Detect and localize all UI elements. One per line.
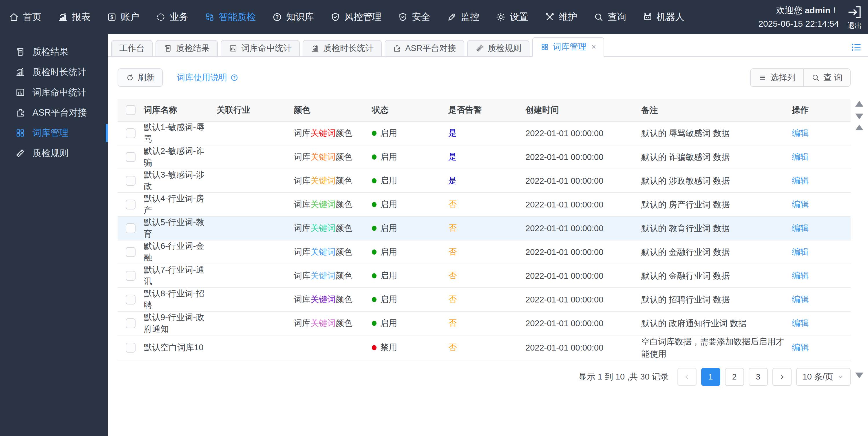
nav-item-robot[interactable]: 机器人 <box>642 11 684 24</box>
row-checkbox[interactable] <box>126 318 135 328</box>
chart-box-icon <box>229 44 238 53</box>
nav-item-accounts[interactable]: $账户 <box>106 11 139 24</box>
row-checkbox[interactable] <box>126 176 135 186</box>
row-checkbox[interactable] <box>126 128 135 138</box>
row-checkbox[interactable] <box>126 199 135 210</box>
edit-link[interactable]: 编辑 <box>792 247 809 256</box>
color-keyword: 关键词 <box>310 176 336 185</box>
edit-link[interactable]: 编辑 <box>792 343 809 352</box>
logout-button[interactable]: 退出 <box>846 4 863 30</box>
color-prefix: 词库 <box>294 247 310 256</box>
status-cell: 启用 <box>372 127 448 139</box>
sidebar-item-qc-duration[interactable]: 质检时长统计 <box>0 62 108 82</box>
sidebar-item-lexicon-hits[interactable]: 词库命中统计 <box>0 82 108 102</box>
tab-workbench[interactable]: 工作台 <box>111 40 153 57</box>
color-suffix: 颜色 <box>336 128 352 137</box>
scroll-up-arrow[interactable] <box>855 101 863 106</box>
page-button-2[interactable]: 2 <box>725 368 744 386</box>
sidebar-item-asr-platform[interactable]: ASR平台对接 <box>0 102 108 123</box>
scroll-down-arrow[interactable] <box>855 114 863 119</box>
nav-item-label: 账户 <box>121 11 139 24</box>
gear-icon <box>496 12 506 22</box>
operation-cell: 编辑 <box>792 270 850 282</box>
remark: 默认的 金融行业词 数据 <box>641 270 792 282</box>
edit-link[interactable]: 编辑 <box>792 128 809 137</box>
page-button-3[interactable]: 3 <box>749 368 768 386</box>
created-time: 2022-01-01 00:00:00 <box>525 224 641 233</box>
nav-item-risk[interactable]: 风控管理 <box>330 11 381 24</box>
vscroll-top-arrow[interactable] <box>855 125 863 130</box>
nav-item-smart-qc[interactable]: 智能质检 <box>205 11 256 24</box>
list-panel-icon[interactable] <box>850 41 862 53</box>
edit-link[interactable]: 编辑 <box>792 318 809 328</box>
nav-item-query[interactable]: 查询 <box>593 11 626 24</box>
tab-lexicon-manage[interactable]: 词库管理× <box>532 37 604 57</box>
nav-item-reports[interactable]: 报表 <box>58 11 90 24</box>
svg-text:?: ? <box>233 75 236 80</box>
vscroll-bottom-arrow[interactable] <box>855 373 863 378</box>
color-prefix: 词库 <box>294 152 310 161</box>
alarm-cell: 是 <box>448 175 525 187</box>
lexicon-name: 默认2-敏感词-诈骗 <box>144 146 217 168</box>
column-header-remark: 备注 <box>641 104 792 116</box>
nav-item-knowledge[interactable]: ?知识库 <box>272 11 314 24</box>
row-checkbox[interactable] <box>126 152 135 162</box>
tab-qc-result[interactable]: 质检结果 <box>156 40 218 57</box>
pagination-bar: 显示 1 到 10 ,共 30 记录 12310 条/页 <box>108 368 850 386</box>
next-page-button[interactable] <box>772 368 792 386</box>
page-number: 2 <box>732 372 737 381</box>
nav-item-security[interactable]: 安全 <box>398 11 430 24</box>
nav-item-home[interactable]: 首页 <box>9 11 41 24</box>
sidebar-item-qc-result[interactable]: 质检结果 <box>0 42 108 62</box>
page-size-select[interactable]: 10 条/页 <box>796 368 850 386</box>
color-keyword: 关键词 <box>310 223 336 232</box>
edit-link[interactable]: 编辑 <box>792 152 809 161</box>
robot-icon <box>642 12 653 22</box>
edit-link[interactable]: 编辑 <box>792 271 809 280</box>
tab-label: 词库管理 <box>553 41 587 53</box>
row-checkbox[interactable] <box>126 271 135 281</box>
nav-item-business[interactable]: 业务 <box>156 11 188 24</box>
tab-qc-duration[interactable]: 质检时长统计 <box>303 40 382 57</box>
shield-check-icon <box>398 12 408 22</box>
operation-cell: 编辑 <box>792 246 850 258</box>
tab-qc-rules[interactable]: 质检规则 <box>467 40 529 57</box>
page-button-1[interactable]: 1 <box>701 368 720 386</box>
status-cell: 启用 <box>372 175 448 187</box>
svg-text:?: ? <box>276 14 279 20</box>
sidebar-item-qc-rules[interactable]: 质检规则 <box>0 143 108 163</box>
row-checkbox-cell <box>118 223 144 233</box>
remark: 默认的 涉政敏感词 数据 <box>641 175 792 187</box>
row-checkbox[interactable] <box>126 343 135 352</box>
refresh-button[interactable]: 刷新 <box>118 68 163 87</box>
tab-label: 质检规则 <box>488 42 521 54</box>
lexicon-help-link[interactable]: 词库使用说明 ? <box>177 72 239 84</box>
nav-item-maintain[interactable]: 维护 <box>545 11 577 24</box>
edit-link[interactable]: 编辑 <box>792 223 809 232</box>
sidebar-item-lexicon-manage[interactable]: 词库管理 <box>0 123 108 143</box>
remark: 空白词库数据，需要添加数据后启用才能使用 <box>641 336 792 360</box>
row-checkbox[interactable] <box>126 247 135 257</box>
sidebar-item-label: 质检规则 <box>32 147 68 159</box>
row-checkbox-cell <box>118 128 144 138</box>
tab-asr-platform[interactable]: ASR平台对接 <box>384 40 464 57</box>
row-checkbox[interactable] <box>126 294 135 305</box>
status-cell: 启用 <box>372 270 448 282</box>
column-header-industry: 关联行业 <box>217 104 294 116</box>
edit-link[interactable]: 编辑 <box>792 294 809 304</box>
query-button[interactable]: 查 询 <box>803 68 850 87</box>
sidebar-item-label: ASR平台对接 <box>32 106 87 119</box>
edit-link[interactable]: 编辑 <box>792 199 809 209</box>
row-checkbox[interactable] <box>126 223 135 233</box>
prev-page-button[interactable] <box>677 368 696 386</box>
edit-link[interactable]: 编辑 <box>792 176 809 185</box>
row-checkbox-cell <box>118 176 144 186</box>
color-suffix: 颜色 <box>336 199 352 209</box>
nav-item-monitor[interactable]: 监控 <box>446 11 479 24</box>
nav-item-settings[interactable]: 设置 <box>496 11 528 24</box>
tab-lexicon-hits[interactable]: 词库命中统计 <box>221 40 300 57</box>
lexicon-name: 默认1-敏感词-辱骂 <box>144 122 217 145</box>
select-all-checkbox[interactable] <box>126 105 135 115</box>
tab-close-icon[interactable]: × <box>591 42 596 52</box>
select-columns-button[interactable]: 选择列 <box>750 68 803 87</box>
